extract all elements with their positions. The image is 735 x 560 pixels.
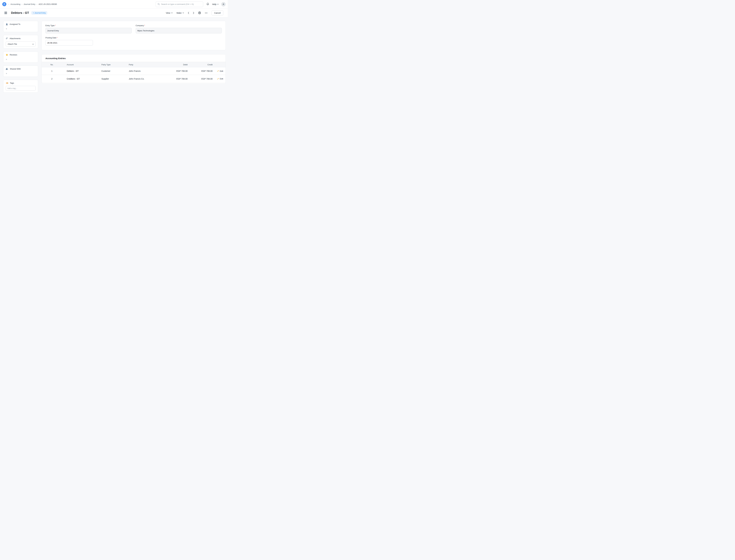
add-review-button[interactable]: + (6, 58, 8, 61)
print-button[interactable] (198, 11, 201, 14)
avatar-letter: A (223, 3, 224, 5)
accounting-entries-section: Accounting Entries No. Account Party Typ… (42, 54, 226, 84)
row-number: 1 (42, 70, 62, 72)
page-title: Debtors - GT (11, 11, 29, 15)
make-label: Make (177, 12, 182, 14)
company-select[interactable]: Mjara Technologies (136, 28, 222, 33)
column-header-party-type: Party Type (97, 64, 124, 66)
table-row[interactable]: 1 Debtors - GT Customer John Francis EGP… (42, 67, 226, 75)
breadcrumb-doctype[interactable]: Journal Entry (24, 3, 35, 5)
tags-card: Tags (3, 80, 38, 93)
column-header-account: Account (62, 64, 97, 66)
menu-toggle-button[interactable] (4, 12, 7, 14)
section-title: Accounting Entries (42, 57, 226, 60)
reviews-label: Reviews (10, 54, 17, 56)
chevron-down-icon (183, 13, 184, 13)
chevron-down-icon (171, 13, 173, 13)
attachments-label: Attachments (10, 37, 21, 40)
entry-type-select[interactable]: Journal Entry (45, 28, 132, 33)
edit-row-button[interactable]: Edit (214, 70, 226, 72)
doctype-badge[interactable]: + Journal Entry (31, 11, 47, 15)
shared-with-card: Shared With + (3, 66, 38, 77)
app-window: › Accounting › Journal Entry › ACC-JV-20… (0, 0, 228, 140)
edit-row-button[interactable]: Edit (214, 78, 226, 80)
search-input[interactable] (161, 3, 201, 5)
more-actions-button[interactable]: ••• (205, 12, 208, 14)
breadcrumb-docname[interactable]: ACC-JV-2021-00030 (39, 3, 57, 5)
breadcrumb-separator: › (9, 3, 9, 5)
tags-label: Tags (10, 82, 14, 84)
row-account: Debtors - GT (62, 70, 97, 72)
posting-date-label: Posting Date (45, 37, 56, 39)
calculator-icon (3, 3, 5, 5)
column-header-debit: Debit (159, 64, 189, 66)
shared-with-label: Shared With (10, 68, 21, 70)
posting-date-input[interactable]: 26-08-2021 (45, 40, 93, 46)
paperclip-icon (6, 37, 8, 40)
row-party-type: Customer (97, 70, 124, 72)
make-menu[interactable]: Make (177, 12, 184, 14)
view-menu[interactable]: View (166, 12, 173, 14)
row-party: John Francis Co. (124, 78, 159, 80)
entries-table-header: No. Account Party Type Party Debit Credi… (42, 62, 226, 67)
view-label: View (166, 12, 170, 14)
people-icon (6, 68, 8, 70)
help-menu[interactable]: Help (212, 3, 219, 5)
row-number: 2 (42, 78, 62, 80)
row-party-type: Supplier (97, 78, 124, 80)
bell-icon (206, 3, 209, 6)
row-party: John Francis (124, 70, 159, 72)
global-search[interactable] (156, 1, 203, 7)
attach-plus-icon: + (32, 43, 34, 45)
required-asterisk: * (55, 24, 56, 27)
company-field: Company* Mjara Technologies (136, 24, 222, 33)
column-header-credit: Credit (189, 64, 214, 66)
edit-label: Edit (220, 78, 223, 80)
reviews-card: Reviews + (3, 51, 38, 63)
add-tag-input[interactable] (6, 86, 36, 91)
add-share-button[interactable]: + (6, 72, 8, 75)
attach-file-button[interactable]: Attach File + (6, 41, 36, 46)
required-asterisk: * (144, 24, 145, 27)
help-label: Help (212, 3, 216, 5)
add-assignment-button[interactable]: + (6, 27, 8, 30)
posting-date-field: Posting Date* 26-08-2021 (45, 37, 132, 46)
row-credit: EGP 708.00 (189, 78, 214, 80)
top-navbar: › Accounting › Journal Entry › ACC-JV-20… (0, 0, 228, 9)
breadcrumb-separator: › (22, 3, 22, 5)
next-document-button[interactable] (193, 12, 194, 14)
attachments-card: Attachments Attach File + (3, 35, 38, 49)
row-debit: EGP 708.00 (159, 70, 189, 72)
breadcrumb-separator: › (37, 3, 37, 5)
pencil-icon (217, 78, 219, 80)
row-account: Creditors - GT (62, 78, 97, 80)
printer-icon (198, 11, 201, 14)
entries-table-body: 1 Debtors - GT Customer John Francis EGP… (42, 67, 226, 83)
previous-document-button[interactable] (188, 12, 189, 14)
required-asterisk: * (57, 37, 58, 39)
row-credit: EGP 708.00 (189, 70, 214, 72)
chevron-left-icon (188, 12, 189, 14)
column-header-party: Party (124, 64, 159, 66)
person-icon (6, 23, 8, 25)
row-debit: EGP 708.00 (159, 78, 189, 80)
app-logo[interactable] (2, 2, 6, 6)
document-form: Entry Type* Journal Entry Company* Mjara… (42, 21, 226, 84)
details-section: Entry Type* Journal Entry Company* Mjara… (42, 21, 226, 50)
search-icon (158, 3, 160, 5)
breadcrumb-module[interactable]: Accounting (10, 3, 20, 5)
pencil-icon (217, 70, 219, 72)
chevron-right-icon (193, 12, 194, 14)
table-row[interactable]: 2 Creditors - GT Supplier John Francis C… (42, 75, 226, 83)
assigned-to-label: Assigned To (10, 23, 20, 25)
chevron-down-icon (217, 4, 219, 5)
user-avatar[interactable]: A (221, 2, 226, 6)
entry-type-field: Entry Type* Journal Entry (45, 24, 132, 33)
assigned-to-card: Assigned To + (3, 21, 38, 32)
tag-icon (6, 82, 8, 84)
edit-label: Edit (220, 70, 223, 72)
notifications-button[interactable] (206, 3, 209, 6)
cancel-button[interactable]: Cancel (212, 10, 223, 15)
page-header: Debtors - GT + Journal Entry View Make (0, 9, 228, 17)
company-label: Company (136, 24, 144, 27)
